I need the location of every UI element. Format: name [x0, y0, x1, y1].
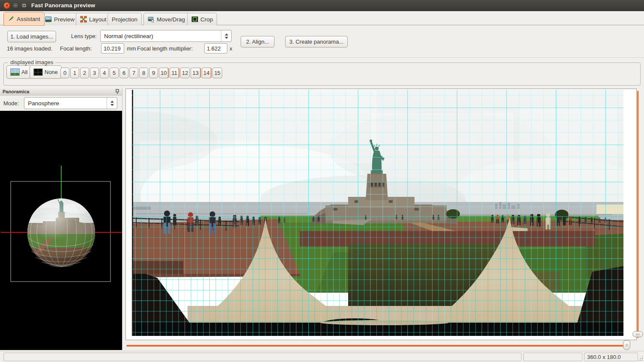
image-toggle-11[interactable]: 11	[170, 68, 179, 78]
vertical-slider-handle[interactable]	[632, 331, 643, 337]
image-toggle-1[interactable]: 1	[70, 68, 79, 78]
tab-strip: Assistant GL Preview Layout Projection M…	[0, 11, 644, 25]
sphere-shading	[27, 199, 95, 266]
displayed-images-legend: displayed images	[8, 59, 55, 65]
image-toggle-6[interactable]: 6	[119, 68, 128, 78]
images-loaded-status: 16 images loaded.	[7, 45, 52, 52]
image-toggle-5[interactable]: 5	[110, 68, 119, 78]
all-images-icon	[10, 68, 20, 76]
spinner-arrows-icon[interactable]	[107, 98, 117, 109]
load-images-button[interactable]: 1. Load images...	[7, 31, 56, 42]
brick-shadow-left	[132, 261, 183, 274]
panosphere-canvas[interactable]	[0, 111, 122, 350]
resize-grip[interactable]	[638, 356, 643, 361]
tree	[446, 209, 460, 219]
layout-icon	[80, 16, 87, 23]
mode-select[interactable]: Panosphere	[24, 97, 117, 109]
horizon-glow	[596, 205, 623, 214]
image-toggle-0[interactable]: 0	[60, 68, 69, 78]
gl-preview-icon: GL	[45, 16, 52, 23]
image-toggle-buttons: 0123456789101112131415	[60, 68, 222, 78]
lens-type-value: Normal (rectilinear)	[101, 33, 221, 39]
status-bar: 360.0 x 180.0	[0, 351, 644, 362]
image-toggle-13[interactable]: 13	[191, 68, 200, 78]
focal-length-field[interactable]: 10.219	[101, 43, 124, 53]
image-toggle-14[interactable]: 14	[202, 68, 212, 78]
status-size-cell: 360.0 x 180.0	[584, 353, 638, 361]
spinner-arrows-icon[interactable]	[221, 30, 231, 42]
focal-multiplier-field[interactable]: 1.622	[204, 43, 227, 53]
tab-crop[interactable]: Crop	[187, 13, 217, 25]
tab-label: Assistant	[17, 16, 40, 22]
panosphere-render	[0, 111, 122, 350]
tab-layout[interactable]: Layout	[76, 13, 111, 25]
crop-icon	[191, 16, 198, 23]
pane-title: Panoramica	[3, 89, 115, 94]
status-progress-cell	[523, 353, 582, 361]
horizontal-slider-handle[interactable]	[623, 340, 630, 350]
show-none-button[interactable]: None	[30, 65, 62, 79]
move-drag-icon	[148, 16, 155, 23]
toolbar-separator	[0, 57, 644, 58]
focal-multiplier-label: Focal length multiplier:	[137, 45, 193, 52]
tab-label: Move/Drag	[157, 16, 185, 23]
close-icon[interactable]: ×	[3, 2, 10, 9]
tab-label: Projection	[112, 16, 137, 23]
image-toggle-3[interactable]: 3	[90, 68, 99, 78]
image-toggle-10[interactable]: 10	[159, 68, 169, 78]
vertical-slider-track[interactable]	[637, 91, 638, 338]
image-toggle-8[interactable]: 8	[139, 68, 148, 78]
displayed-images-group: displayed images All None 01234567891011…	[3, 62, 641, 86]
panorama-image[interactable]	[132, 90, 623, 336]
minimize-icon[interactable]: –	[12, 2, 19, 9]
show-all-button[interactable]: All	[6, 65, 31, 79]
wand-icon	[8, 15, 15, 22]
image-toggle-15[interactable]: 15	[212, 68, 222, 78]
align-button[interactable]: 2. Align...	[241, 36, 274, 47]
tab-move-drag[interactable]: Move/Drag	[143, 13, 189, 25]
lens-type-label: Lens type:	[71, 33, 97, 39]
window-title: Fast Panorama preview	[31, 2, 95, 9]
panoramica-pane: Panoramica Mode: Panosphere	[0, 88, 122, 350]
tab-preview[interactable]: GL Preview	[41, 13, 79, 25]
tab-assistant[interactable]: Assistant	[3, 12, 45, 26]
image-toggle-9[interactable]: 9	[149, 68, 158, 78]
tab-projection[interactable]: Projection	[107, 13, 142, 25]
focal-length-unit: mm	[127, 45, 136, 52]
titlebar: × – Fast Panorama preview	[0, 0, 644, 11]
mode-row: Mode: Panosphere	[0, 95, 122, 111]
focal-multiplier-unit: x	[230, 45, 233, 52]
create-panorama-button[interactable]: 3. Create panorama...	[285, 36, 348, 47]
horizontal-slider-track[interactable]	[126, 345, 626, 347]
pin-icon[interactable]	[115, 89, 119, 95]
tab-label: Preview	[54, 16, 75, 23]
pane-caption[interactable]: Panoramica	[0, 88, 122, 95]
image-toggle-2[interactable]: 2	[80, 68, 89, 78]
focal-length-label: Focal length:	[60, 45, 92, 52]
all-label: All	[21, 69, 27, 75]
image-left-edge	[132, 90, 133, 336]
tab-label: Crop	[200, 16, 213, 23]
tab-label: Layout	[89, 16, 107, 23]
mode-label: Mode:	[3, 100, 19, 107]
none-label: None	[45, 69, 58, 75]
maximize-icon[interactable]	[21, 2, 27, 9]
lens-type-select[interactable]: Normal (rectilinear)	[100, 30, 232, 42]
status-message-cell	[3, 353, 522, 361]
image-toggle-12[interactable]: 12	[180, 68, 190, 78]
mode-value: Panosphere	[24, 100, 107, 107]
bush	[555, 210, 569, 220]
no-images-icon	[33, 68, 43, 76]
image-toggle-4[interactable]: 4	[100, 68, 109, 78]
image-toggle-7[interactable]: 7	[129, 68, 138, 78]
svg-text:GL: GL	[46, 17, 49, 20]
